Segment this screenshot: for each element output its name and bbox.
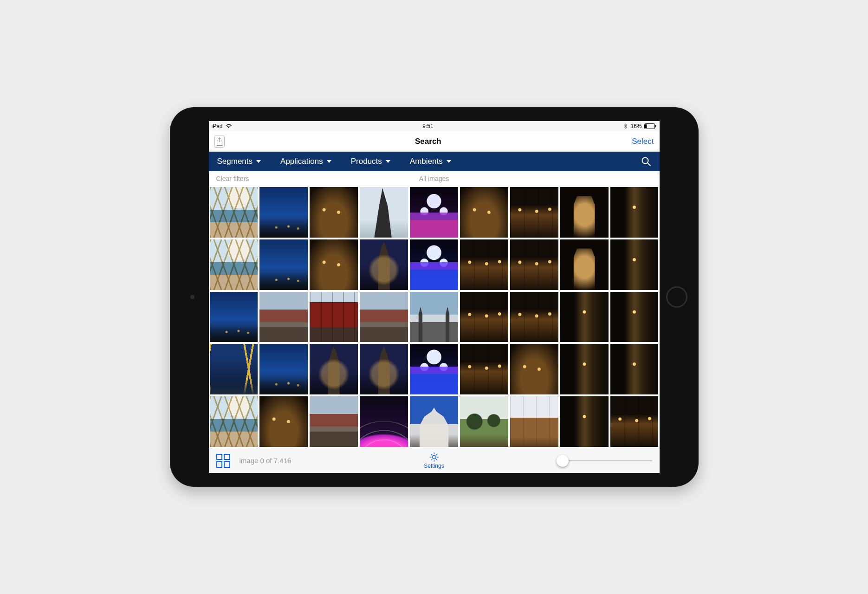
- image-thumbnail[interactable]: [360, 239, 408, 290]
- image-thumbnail[interactable]: [460, 396, 508, 447]
- image-thumbnail[interactable]: [259, 187, 308, 238]
- image-thumbnail[interactable]: [360, 292, 408, 342]
- image-thumbnail[interactable]: [510, 239, 558, 290]
- image-thumbnail[interactable]: [560, 239, 609, 290]
- image-thumbnail[interactable]: [210, 344, 258, 394]
- image-grid: [209, 186, 660, 448]
- image-thumbnail[interactable]: [410, 396, 458, 447]
- sub-bar: Clear filters All images: [209, 171, 660, 186]
- slider-track: [559, 460, 652, 461]
- home-button[interactable]: [666, 286, 687, 308]
- image-thumbnail[interactable]: [259, 239, 308, 290]
- screen: iPad 9:51 16% Search Select: [209, 121, 660, 473]
- filter-label: Applications: [280, 157, 323, 166]
- image-thumbnail[interactable]: [560, 396, 609, 447]
- image-counter: image 0 of 7.416: [240, 457, 291, 465]
- image-thumbnail[interactable]: [360, 344, 408, 394]
- image-thumbnail[interactable]: [610, 239, 659, 290]
- filter-ambients[interactable]: Ambients: [410, 157, 451, 166]
- select-button[interactable]: Select: [632, 137, 654, 146]
- filter-applications[interactable]: Applications: [280, 157, 331, 166]
- wifi-icon: [226, 124, 232, 129]
- image-thumbnail[interactable]: [410, 187, 458, 238]
- settings-label: Settings: [424, 463, 444, 469]
- filter-segments[interactable]: Segments: [217, 157, 261, 166]
- image-thumbnail[interactable]: [410, 239, 458, 290]
- chevron-down-icon: [386, 160, 390, 163]
- image-thumbnail[interactable]: [460, 239, 508, 290]
- image-thumbnail[interactable]: [259, 396, 308, 447]
- image-thumbnail[interactable]: [360, 396, 408, 447]
- image-thumbnail[interactable]: [510, 187, 558, 238]
- svg-line-12: [431, 459, 432, 460]
- svg-rect-1: [655, 125, 656, 128]
- settings-button[interactable]: Settings: [424, 452, 444, 469]
- device-camera: [190, 295, 194, 299]
- chevron-down-icon: [256, 160, 261, 163]
- grid-view-button[interactable]: [216, 454, 230, 468]
- image-thumbnail[interactable]: [210, 187, 258, 238]
- bluetooth-icon: [624, 123, 628, 129]
- search-icon[interactable]: [641, 156, 651, 167]
- image-thumbnail[interactable]: [410, 344, 458, 394]
- svg-line-11: [436, 459, 437, 460]
- ipad-frame: iPad 9:51 16% Search Select: [170, 107, 699, 487]
- image-thumbnail[interactable]: [460, 187, 508, 238]
- image-thumbnail[interactable]: [310, 396, 358, 447]
- filter-products[interactable]: Products: [351, 157, 390, 166]
- chevron-down-icon: [327, 160, 331, 163]
- status-bar: iPad 9:51 16%: [209, 121, 660, 131]
- device-label: iPad: [212, 123, 223, 129]
- svg-line-10: [431, 454, 432, 455]
- page-title: Search: [415, 137, 441, 146]
- image-thumbnail[interactable]: [610, 187, 659, 238]
- filter-label: Ambients: [410, 157, 443, 166]
- svg-line-4: [648, 163, 650, 166]
- image-thumbnail[interactable]: [460, 344, 508, 394]
- scope-label: All images: [419, 175, 449, 182]
- image-thumbnail[interactable]: [510, 344, 558, 394]
- image-thumbnail[interactable]: [560, 187, 609, 238]
- clear-filters-button[interactable]: Clear filters: [216, 175, 249, 182]
- image-thumbnail[interactable]: [210, 239, 258, 290]
- image-thumbnail[interactable]: [410, 292, 458, 342]
- image-thumbnail[interactable]: [510, 396, 558, 447]
- image-thumbnail[interactable]: [610, 396, 659, 447]
- svg-point-5: [432, 455, 436, 459]
- chevron-down-icon: [447, 160, 451, 163]
- filter-bar: Segments Applications Products Ambients: [209, 152, 660, 171]
- image-thumbnail[interactable]: [610, 292, 659, 342]
- thumbnail-size-slider[interactable]: [559, 456, 652, 465]
- clock: 9:51: [422, 123, 433, 129]
- bottom-toolbar: image 0 of 7.416 Settings: [209, 448, 660, 473]
- image-thumbnail[interactable]: [259, 344, 308, 394]
- share-button[interactable]: [214, 136, 225, 148]
- image-thumbnail[interactable]: [560, 344, 609, 394]
- filter-label: Segments: [217, 157, 253, 166]
- nav-bar: Search Select: [209, 131, 660, 152]
- image-thumbnail[interactable]: [310, 292, 358, 342]
- image-thumbnail[interactable]: [310, 344, 358, 394]
- slider-knob[interactable]: [557, 455, 569, 467]
- image-thumbnail[interactable]: [259, 292, 308, 342]
- image-thumbnail[interactable]: [310, 187, 358, 238]
- image-thumbnail[interactable]: [310, 239, 358, 290]
- image-thumbnail[interactable]: [360, 187, 408, 238]
- filter-label: Products: [351, 157, 382, 166]
- image-thumbnail[interactable]: [510, 292, 558, 342]
- image-thumbnail[interactable]: [610, 344, 659, 394]
- image-thumbnail[interactable]: [560, 292, 609, 342]
- svg-line-13: [436, 454, 437, 455]
- svg-rect-2: [645, 124, 647, 128]
- battery-icon: [644, 123, 656, 129]
- image-thumbnail[interactable]: [210, 396, 258, 447]
- battery-percent: 16%: [630, 123, 641, 129]
- image-thumbnail[interactable]: [210, 292, 258, 342]
- image-thumbnail[interactable]: [460, 292, 508, 342]
